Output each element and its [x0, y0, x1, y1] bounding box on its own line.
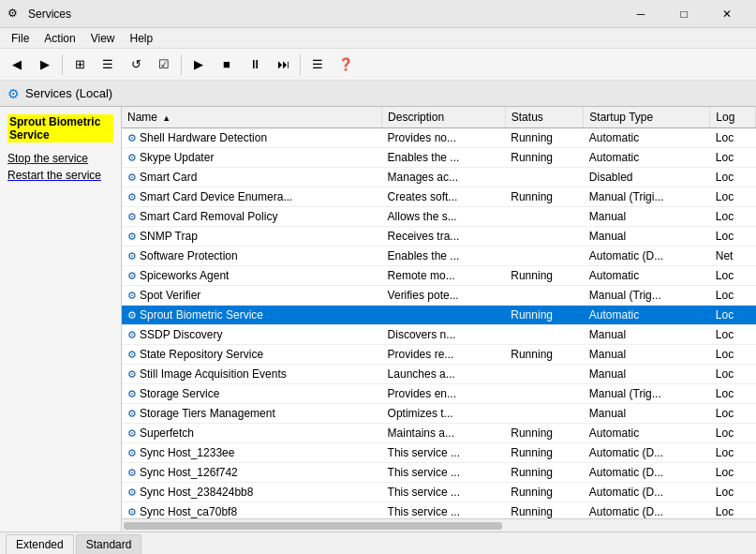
content-area: Sprout Biometric Service Stop the servic…	[0, 107, 756, 532]
restart-link-action[interactable]: Restart	[7, 169, 44, 182]
table-row[interactable]: ⚙Smart Card Device Enumera... Creates so…	[122, 187, 756, 207]
table-row[interactable]: ⚙Smart Card Manages ac... Disabled Loc	[122, 168, 756, 187]
cell-description: Remote mo...	[382, 266, 506, 286]
maximize-button[interactable]: □	[662, 0, 705, 28]
table-row[interactable]: ⚙Software Protection Enables the ... Aut…	[122, 247, 756, 266]
cell-startup-type: Manual (Trigi...	[584, 187, 710, 207]
pause-service-button[interactable]: ⏸	[242, 52, 268, 78]
table-header-row: Name ▲ Description Status Startup Type L…	[122, 107, 756, 128]
refresh-button[interactable]: ↺	[123, 52, 149, 78]
cell-name: ⚙Still Image Acquisition Events	[122, 365, 382, 384]
export-button[interactable]: ☑	[151, 52, 177, 78]
table-row[interactable]: ⚙Spiceworks Agent Remote mo... Running A…	[122, 266, 756, 286]
service-icon: ⚙	[127, 329, 137, 340]
forward-button[interactable]: ▶	[32, 52, 58, 78]
menu-item-action[interactable]: Action	[37, 30, 82, 47]
back-button[interactable]: ◀	[4, 52, 30, 78]
col-startup-type[interactable]: Startup Type	[584, 107, 710, 128]
window-controls: ─ □ ✕	[619, 0, 749, 28]
cell-status	[505, 168, 584, 187]
table-row[interactable]: ⚙Sync Host_238424bb8 This service ... Ru…	[122, 483, 756, 502]
stop-service-link[interactable]: Stop the service	[7, 152, 113, 165]
cell-startup-type: Automatic (D...	[584, 463, 710, 483]
table-row[interactable]: ⚙Storage Tiers Management Optimizes t...…	[122, 404, 756, 424]
menu-item-view[interactable]: View	[83, 30, 123, 47]
services-table-container[interactable]: Name ▲ Description Status Startup Type L…	[122, 107, 756, 518]
table-row[interactable]: ⚙Sync Host_1233ee This service ... Runni…	[122, 443, 756, 463]
table-row[interactable]: ⚙Storage Service Provides en... Manual (…	[122, 384, 756, 404]
col-log[interactable]: Log	[710, 107, 756, 128]
cell-description: Launches a...	[382, 365, 506, 384]
col-description[interactable]: Description	[382, 107, 506, 128]
cell-description: Manages ac...	[382, 168, 506, 187]
minimize-button[interactable]: ─	[619, 0, 662, 28]
cell-description: Verifies pote...	[382, 286, 506, 306]
cell-name: ⚙Sync Host_1233ee	[122, 443, 382, 463]
menu-item-file[interactable]: File	[4, 30, 37, 47]
cell-status: Running	[505, 187, 584, 207]
table-row[interactable]: ⚙Sync Host_126f742 This service ... Runn…	[122, 463, 756, 483]
table-row[interactable]: ⚙SNMP Trap Receives tra... Manual Loc	[122, 227, 756, 247]
cell-status: Running	[505, 463, 584, 483]
service-icon: ⚙	[127, 447, 137, 458]
service-icon: ⚙	[127, 290, 137, 301]
cell-startup-type: Manual	[584, 404, 710, 424]
table-row[interactable]: ⚙SSDP Discovery Discovers n... Manual Lo…	[122, 325, 756, 345]
cell-name: ⚙Sync Host_238424bb8	[122, 483, 382, 502]
cell-startup-type: Manual	[584, 325, 710, 345]
cell-status	[505, 384, 584, 404]
cell-description: Maintains a...	[382, 424, 506, 443]
cell-status: Running	[505, 306, 584, 325]
cell-status: Running	[505, 424, 584, 443]
table-row[interactable]: ⚙Sprout Biometric Service Running Automa…	[122, 306, 756, 325]
cell-log: Loc	[710, 266, 756, 286]
cell-name: ⚙Smart Card Device Enumera...	[122, 187, 382, 207]
table-row[interactable]: ⚙Superfetch Maintains a... Running Autom…	[122, 424, 756, 443]
service-icon: ⚙	[127, 368, 137, 380]
horizontal-scrollbar[interactable]	[122, 518, 756, 532]
properties-button[interactable]: ☰	[304, 52, 331, 78]
table-row[interactable]: ⚙Smart Card Removal Policy Allows the s.…	[122, 207, 756, 227]
cell-status	[505, 207, 584, 227]
col-status[interactable]: Status	[505, 107, 584, 128]
toolbar-separator-3	[300, 54, 301, 75]
cell-log: Loc	[710, 227, 756, 247]
cell-startup-type: Automatic (D...	[584, 502, 710, 519]
restart-service-link[interactable]: Restart the service	[7, 169, 113, 182]
help-button[interactable]: ❓	[333, 52, 359, 78]
cell-name: ⚙State Repository Service	[122, 345, 382, 365]
service-icon: ⚙	[127, 467, 137, 478]
table-row[interactable]: ⚙Sync Host_ca70bf8 This service ... Runn…	[122, 502, 756, 519]
cell-log: Loc	[710, 483, 756, 502]
cell-name: ⚙Storage Service	[122, 384, 382, 404]
service-icon: ⚙	[127, 172, 137, 183]
table-row[interactable]: ⚙Skype Updater Enables the ... Running A…	[122, 148, 756, 168]
cell-description: Discovers n...	[382, 325, 506, 345]
cell-log: Loc	[710, 128, 756, 148]
table-row[interactable]: ⚙State Repository Service Provides re...…	[122, 345, 756, 365]
cell-name: ⚙Spiceworks Agent	[122, 266, 382, 286]
cell-startup-type: Automatic	[584, 424, 710, 443]
cell-log: Loc	[710, 207, 756, 227]
close-button[interactable]: ✕	[705, 0, 749, 28]
table-row[interactable]: ⚙Still Image Acquisition Events Launches…	[122, 365, 756, 384]
table-row[interactable]: ⚙Spot Verifier Verifies pote... Manual (…	[122, 286, 756, 306]
service-icon: ⚙	[127, 487, 137, 498]
cell-description: Provides re...	[382, 345, 506, 365]
sort-arrow: ▲	[162, 113, 170, 123]
tab-extended[interactable]: Extended	[6, 534, 74, 554]
restart-service-button[interactable]: ⏭	[270, 52, 296, 78]
show-scope-button[interactable]: ⊞	[67, 52, 93, 78]
cell-startup-type: Automatic (D...	[584, 247, 710, 266]
cell-startup-type: Automatic	[584, 266, 710, 286]
scrollbar-thumb[interactable]	[124, 522, 502, 530]
tab-standard[interactable]: Standard	[76, 534, 142, 554]
list-button[interactable]: ☰	[95, 52, 121, 78]
menu-item-help[interactable]: Help	[123, 30, 161, 47]
stop-service-button[interactable]: ■	[214, 52, 240, 78]
cell-log: Loc	[710, 384, 756, 404]
table-row[interactable]: ⚙Shell Hardware Detection Provides no...…	[122, 128, 756, 148]
stop-link-action[interactable]: Stop	[7, 152, 31, 165]
col-name[interactable]: Name ▲	[122, 107, 382, 128]
start-service-button[interactable]: ▶	[185, 52, 212, 78]
